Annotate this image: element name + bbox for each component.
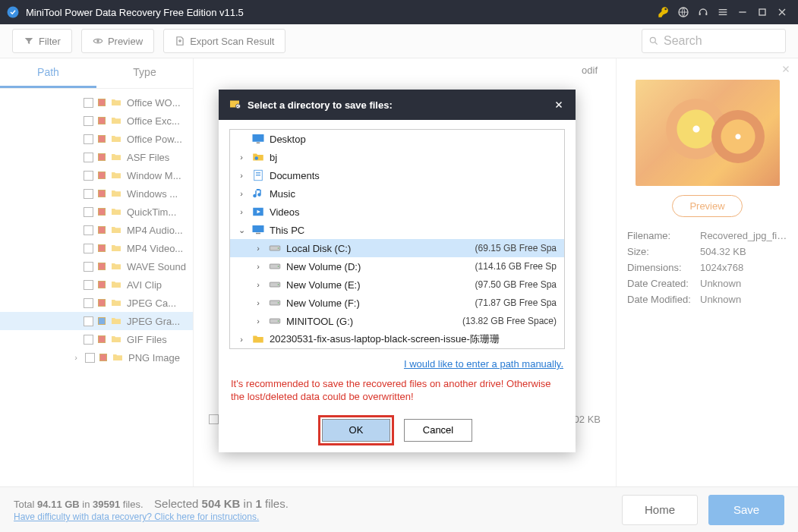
disk-icon [268, 314, 282, 328]
svg-rect-3 [719, 11, 727, 12]
folder-icon [251, 332, 265, 346]
tree-item[interactable]: ›New Volume (E:)(97.50 GB Free Spa [230, 275, 564, 294]
free-space: (97.50 GB Free Spa [475, 279, 557, 290]
svg-point-25 [278, 266, 279, 267]
tree-label: New Volume (F:) [286, 297, 471, 309]
dialog-icon [228, 97, 241, 113]
tree-item[interactable]: ⌄This PC [230, 221, 564, 239]
disk-icon [268, 278, 282, 291]
disk-icon [268, 296, 282, 310]
warning-text: It's recommended to save the recovered f… [229, 375, 565, 411]
music-icon [251, 187, 265, 200]
free-space: (69.15 GB Free Spa [475, 243, 557, 253]
expand-icon[interactable]: › [236, 171, 247, 180]
expand-icon[interactable]: › [253, 262, 263, 271]
expand-icon[interactable]: › [236, 207, 247, 216]
tree-label: New Volume (D:) [286, 261, 471, 272]
app-title: MiniTool Power Data Recovery Free Editio… [26, 7, 244, 18]
tree-item[interactable]: ›Videos [230, 203, 564, 221]
tree-label: Videos [270, 206, 560, 218]
desktop-icon [251, 132, 265, 146]
free-space: (71.87 GB Free Spa [475, 297, 557, 308]
svg-rect-20 [253, 225, 264, 232]
svg-rect-17 [256, 172, 260, 173]
svg-rect-4 [719, 14, 727, 15]
tree-label: Documents [270, 170, 560, 181]
tree-item[interactable]: ›20230531-fix-asus-laptop-black-screen-i… [230, 330, 564, 348]
video-icon [251, 205, 265, 219]
menu-icon[interactable] [713, 2, 733, 22]
title-bar: MiniTool Power Data Recovery Free Editio… [0, 0, 798, 24]
app-logo-icon [6, 5, 20, 19]
dialog-title: Select a directory to save files: [248, 99, 393, 111]
doc-icon [251, 168, 265, 182]
manual-path-link[interactable]: I would like to enter a path manually. [404, 358, 563, 370]
expand-icon[interactable]: › [253, 316, 263, 326]
svg-point-12 [236, 104, 241, 109]
svg-rect-21 [256, 233, 260, 235]
close-icon[interactable] [772, 2, 792, 22]
save-directory-dialog: Select a directory to save files: Deskto… [219, 90, 576, 452]
svg-rect-2 [719, 9, 727, 10]
expand-icon[interactable]: ⌄ [236, 225, 247, 235]
svg-point-15 [255, 156, 259, 160]
svg-point-23 [278, 247, 279, 249]
expand-icon[interactable]: › [236, 189, 247, 198]
tree-label: 20230531-fix-asus-laptop-black-screen-is… [270, 332, 560, 346]
free-space: (114.16 GB Free Sp [475, 261, 557, 272]
expand-icon[interactable]: › [236, 335, 247, 344]
minimize-icon[interactable] [733, 2, 752, 22]
tree-item[interactable]: ›bj [230, 148, 564, 166]
tree-label: bj [270, 152, 560, 163]
tree-label: MINITOOL (G:) [286, 316, 458, 327]
free-space: (13.82 GB Free Space) [462, 316, 557, 326]
svg-point-27 [278, 284, 279, 285]
tree-label: Local Disk (C:) [286, 243, 471, 254]
pc-icon [251, 223, 265, 237]
tree-label: Desktop [270, 134, 560, 145]
ok-button[interactable]: OK [322, 419, 390, 442]
disk-icon [268, 241, 282, 255]
svg-point-0 [8, 7, 19, 18]
svg-rect-14 [257, 143, 260, 144]
headphones-icon[interactable] [693, 2, 713, 22]
expand-icon[interactable]: › [253, 280, 263, 289]
svg-rect-5 [739, 11, 746, 12]
user-icon [251, 150, 265, 164]
disk-icon [268, 260, 282, 273]
tree-label: Music [270, 188, 560, 200]
svg-point-31 [278, 320, 279, 322]
tree-label: New Volume (E:) [286, 279, 471, 291]
cancel-button[interactable]: Cancel [404, 419, 472, 442]
tree-item[interactable]: Desktop [230, 130, 564, 148]
tree-item[interactable]: ›MINITOOL (G:)(13.82 GB Free Space) [230, 312, 564, 330]
tree-item[interactable]: ›Local Disk (C:)(69.15 GB Free Spa [230, 239, 564, 257]
tree-item[interactable]: ›New Volume (D:)(114.16 GB Free Sp [230, 257, 564, 275]
dialog-close-icon[interactable] [551, 97, 566, 112]
globe-icon[interactable] [673, 2, 693, 22]
expand-icon[interactable]: › [236, 153, 247, 162]
svg-point-29 [278, 302, 279, 304]
expand-icon[interactable]: › [253, 244, 263, 253]
key-icon[interactable] [654, 2, 673, 22]
tree-label: This PC [270, 225, 560, 236]
svg-rect-13 [253, 134, 264, 142]
maximize-icon[interactable] [752, 2, 772, 22]
directory-tree[interactable]: Desktop›bj›Documents›Music›Videos⌄This P… [229, 129, 565, 349]
tree-item[interactable]: ›Documents [230, 166, 564, 184]
svg-rect-6 [759, 9, 765, 15]
tree-item[interactable]: ›New Volume (F:)(71.87 GB Free Spa [230, 294, 564, 312]
tree-item[interactable]: ›Music [230, 184, 564, 203]
expand-icon[interactable]: › [253, 298, 263, 307]
svg-rect-18 [256, 175, 260, 175]
